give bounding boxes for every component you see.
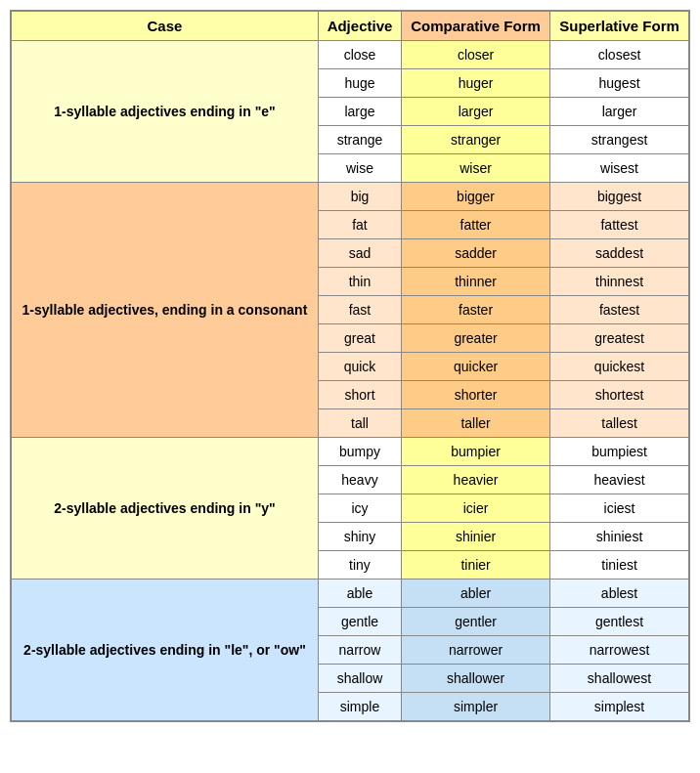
superlative-cell: wisest [550,154,689,183]
superlative-cell: gentlest [550,608,689,636]
adjective-cell: tiny [318,551,401,580]
superlative-cell: saddest [550,239,689,268]
case-cell: 1-syllable adjectives, ending in a conso… [11,183,318,438]
comparative-cell: fatter [402,211,550,239]
comparative-cell: icier [402,494,550,523]
comparative-cell: greater [402,324,550,353]
adjective-cell: thin [318,268,401,296]
superlative-cell: heaviest [550,466,689,494]
superlative-cell: bumpiest [550,438,689,466]
superlative-cell: narrowest [550,636,689,665]
superlative-cell: shallowest [550,665,689,693]
comparative-cell: simpler [402,693,550,722]
header-comparative: Comparative Form [402,11,550,41]
adjective-cell: wise [318,154,401,183]
adjective-cell: able [318,580,401,608]
comparative-cell: abler [402,580,550,608]
adjective-cell: gentle [318,608,401,636]
superlative-cell: fattest [550,211,689,239]
case-cell: 2-syllable adjectives ending in "le", or… [11,580,318,722]
adjective-cell: shallow [318,665,401,693]
adjective-cell: great [318,324,401,353]
superlative-cell: strangest [550,126,689,154]
adjective-cell: huge [318,69,401,98]
comparative-cell: bigger [402,183,550,211]
superlative-cell: tiniest [550,551,689,580]
adjective-cell: bumpy [318,438,401,466]
superlative-cell: fastest [550,296,689,324]
adjective-cell: tall [318,409,401,438]
superlative-cell: biggest [550,183,689,211]
table-row: 1-syllable adjectives ending in "e"close… [11,41,689,69]
superlative-cell: thinnest [550,268,689,296]
header-case: Case [11,11,318,41]
adjective-cell: close [318,41,401,69]
comparative-cell: heavier [402,466,550,494]
case-cell: 1-syllable adjectives ending in "e" [11,41,318,183]
comparative-cell: shallower [402,665,550,693]
comparative-cell: shinier [402,523,550,551]
adjective-cell: quick [318,353,401,381]
comparative-cell: taller [402,409,550,438]
table-row: 2-syllable adjectives ending in "le", or… [11,580,689,608]
superlative-cell: shortest [550,381,689,409]
superlative-cell: ablest [550,580,689,608]
superlative-cell: iciest [550,494,689,523]
comparative-cell: stranger [402,126,550,154]
superlative-cell: shiniest [550,523,689,551]
adjective-cell: fast [318,296,401,324]
adjective-cell: heavy [318,466,401,494]
adjective-cell: simple [318,693,401,722]
adjective-cell: sad [318,239,401,268]
superlative-cell: greatest [550,324,689,353]
adjective-cell: large [318,98,401,126]
table-row: 1-syllable adjectives, ending in a conso… [11,183,689,211]
comparative-cell: sadder [402,239,550,268]
superlative-cell: closest [550,41,689,69]
comparative-cell: bumpier [402,438,550,466]
header-superlative: Superlative Form [550,11,689,41]
superlative-cell: quickest [550,353,689,381]
header-adjective: Adjective [318,11,401,41]
adjective-cell: narrow [318,636,401,665]
comparative-cell: narrower [402,636,550,665]
comparative-cell: thinner [402,268,550,296]
comparative-cell: wiser [402,154,550,183]
comparative-cell: shorter [402,381,550,409]
adjective-cell: short [318,381,401,409]
comparative-cell: tinier [402,551,550,580]
superlative-cell: larger [550,98,689,126]
case-cell: 2-syllable adjectives ending in "y" [11,438,318,580]
comparative-cell: gentler [402,608,550,636]
comparative-cell: faster [402,296,550,324]
adjective-forms-table: Case Adjective Comparative Form Superlat… [10,10,690,722]
comparative-cell: huger [402,69,550,98]
adjective-cell: icy [318,494,401,523]
table-row: 2-syllable adjectives ending in "y"bumpy… [11,438,689,466]
comparative-cell: quicker [402,353,550,381]
adjective-cell: big [318,183,401,211]
comparative-cell: closer [402,41,550,69]
superlative-cell: simplest [550,693,689,722]
comparative-cell: larger [402,98,550,126]
adjective-cell: strange [318,126,401,154]
superlative-cell: hugest [550,69,689,98]
superlative-cell: tallest [550,409,689,438]
adjective-cell: fat [318,211,401,239]
adjective-cell: shiny [318,523,401,551]
